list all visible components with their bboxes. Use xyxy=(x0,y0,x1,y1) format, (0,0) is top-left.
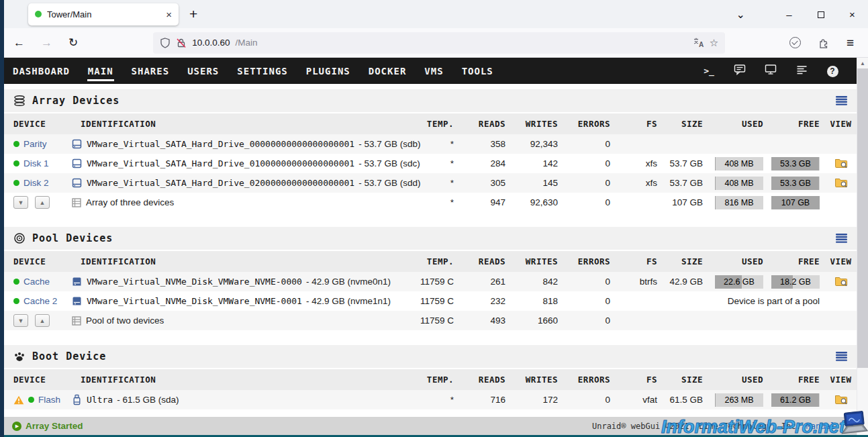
section-pool-devices: Pool Devices DEVICE IDENTIFICATION TEMP.… xyxy=(4,227,857,330)
pocket-icon[interactable] xyxy=(789,37,801,48)
device-link-cache[interactable]: Cache xyxy=(23,277,50,287)
spin-up-button[interactable]: ▲ xyxy=(35,196,50,209)
status-bar: ▶ Array Started Unraid® webGui ©2021, Li… xyxy=(4,417,857,435)
tab-favicon xyxy=(35,11,42,17)
table-row: Flash Ultra - 61.5 GB (sda) * 716 172 0 … xyxy=(4,390,857,409)
table-view-icon[interactable] xyxy=(836,96,847,105)
nav-item-dashboard[interactable]: DASHBOARD xyxy=(12,60,70,81)
forward-button[interactable]: → xyxy=(41,37,52,48)
used-badge: 263 MB xyxy=(715,393,763,407)
nvme-drive-icon xyxy=(71,276,83,287)
device-link-cache2[interactable]: Cache 2 xyxy=(23,296,57,306)
notifications-icon[interactable] xyxy=(732,64,748,78)
translate-icon[interactable]: A xyxy=(693,37,704,48)
section-title: Array Devices xyxy=(32,95,119,107)
table-row: Cache VMware_Virtual_NVMe_Disk_VMWare_NV… xyxy=(4,272,857,291)
scrollbar-down-icon[interactable]: ▼ xyxy=(860,424,865,435)
maximize-button[interactable] xyxy=(805,9,836,20)
browse-folder-icon[interactable] xyxy=(834,180,848,190)
status-online-icon xyxy=(13,180,19,186)
col-fs: FS xyxy=(616,119,663,129)
help-icon[interactable]: ? xyxy=(827,66,838,77)
free-badge: 107 GB xyxy=(771,196,820,209)
browse-folder-icon[interactable] xyxy=(834,397,848,407)
extensions-puzzle-icon[interactable] xyxy=(818,37,830,49)
status-online-icon xyxy=(13,160,19,166)
browser-toolbar: ← → ↻ 10.0.0.60/Main A ☆ xyxy=(4,28,868,58)
tab-list-icon[interactable]: ⌄ xyxy=(736,8,745,21)
device-link-parity[interactable]: Parity xyxy=(23,139,47,149)
browser-tab-bar: Tower/Main × + ⌄ – × xyxy=(4,0,868,28)
nav-item-vms[interactable]: VMS xyxy=(424,60,444,81)
nvme-drive-icon xyxy=(71,295,83,307)
minimize-button[interactable]: – xyxy=(773,9,805,20)
table-row: Cache 2 VMware_Virtual_NVMe_Disk_VMWare_… xyxy=(4,291,857,311)
shield-icon[interactable] xyxy=(160,38,171,48)
main-content: Array Devices DEVICE IDENTIFICATION TEMP… xyxy=(4,84,857,417)
col-size: SIZE xyxy=(663,119,708,129)
col-device: DEVICE xyxy=(4,119,71,129)
scrollbar-up-icon[interactable]: ▲ xyxy=(860,58,865,68)
nav-item-main[interactable]: MAIN xyxy=(87,60,114,81)
section-title: Pool Devices xyxy=(32,232,113,244)
col-errors: ERRORS xyxy=(563,119,616,129)
device-link-disk2[interactable]: Disk 2 xyxy=(23,178,49,188)
url-bar[interactable]: 10.0.0.60/Main A ☆ xyxy=(153,32,725,54)
col-free: FREE xyxy=(769,119,825,129)
tab-title: Tower/Main xyxy=(47,9,160,19)
nav-item-users[interactable]: USERS xyxy=(187,60,220,81)
section-title: Boot Device xyxy=(32,350,106,362)
spin-up-button[interactable]: ▲ xyxy=(35,314,50,327)
menu-hamburger-icon[interactable]: ≡ xyxy=(847,36,854,50)
paw-icon xyxy=(13,350,26,362)
status-online-icon xyxy=(28,397,34,403)
nav-item-docker[interactable]: DOCKER xyxy=(368,60,407,81)
log-icon[interactable] xyxy=(793,64,810,78)
scrollbar-thumb[interactable] xyxy=(857,68,868,368)
used-badge: 408 MB xyxy=(715,177,763,190)
insecure-lock-icon[interactable] xyxy=(176,38,187,48)
tab-close-icon[interactable]: × xyxy=(166,9,172,19)
device-link-flash[interactable]: Flash xyxy=(38,395,60,405)
sata-drive-icon xyxy=(71,158,83,169)
used-badge: 408 MB xyxy=(715,157,763,171)
bookmark-star-icon[interactable]: ☆ xyxy=(710,37,718,49)
terminal-icon[interactable]: >_ xyxy=(701,66,717,76)
col-temp: TEMP. xyxy=(412,119,459,129)
sata-drive-icon xyxy=(71,177,83,189)
array-started-play-icon: ▶ xyxy=(12,422,21,431)
spin-down-button[interactable]: ▼ xyxy=(13,196,28,209)
table-total-row: ▼ ▲ Array of three devices * 947 92,630 … xyxy=(4,193,857,212)
device-link-disk1[interactable]: Disk 1 xyxy=(23,158,49,168)
new-tab-button[interactable]: + xyxy=(189,6,197,22)
status-online-icon xyxy=(13,141,19,147)
col-reads: READS xyxy=(459,119,511,129)
status-online-icon xyxy=(13,279,19,285)
table-view-icon[interactable] xyxy=(836,352,847,361)
browse-folder-icon[interactable] xyxy=(834,160,848,171)
section-boot-device: Boot Device DEVICE IDENTIFICATION TEMP. … xyxy=(4,345,857,409)
array-status: Array Started xyxy=(26,421,83,431)
spin-down-button[interactable]: ▼ xyxy=(13,314,28,327)
back-button[interactable]: ← xyxy=(13,37,25,48)
nav-item-plugins[interactable]: PLUGINS xyxy=(305,60,351,81)
nav-item-tools[interactable]: TOOLS xyxy=(461,60,494,81)
pool-summary-icon xyxy=(71,315,82,326)
pool-member-note: Device is part of a pool xyxy=(616,296,825,306)
manual-link[interactable]: Manual xyxy=(806,422,835,431)
nav-item-shares[interactable]: SHARES xyxy=(131,60,171,81)
pool-table-header: DEVICE IDENTIFICATION TEMP. READS WRITES… xyxy=(4,251,857,272)
table-view-icon[interactable] xyxy=(836,234,847,243)
table-total-row: ▼ ▲ Pool of two devices 11759 C 493 1660… xyxy=(4,311,857,330)
close-window-button[interactable]: × xyxy=(836,9,868,20)
nav-item-settings[interactable]: SETTINGS xyxy=(236,60,288,81)
display-settings-icon[interactable] xyxy=(763,64,779,78)
maximize-icon xyxy=(818,11,824,18)
warning-icon xyxy=(13,395,24,405)
browser-tab[interactable]: Tower/Main × xyxy=(28,3,179,26)
reload-button[interactable]: ↻ xyxy=(68,37,78,48)
scrollbar[interactable]: ▲ ▼ xyxy=(857,58,868,435)
browse-folder-icon[interactable] xyxy=(834,279,848,289)
pool-target-icon xyxy=(13,232,26,244)
col-identification: IDENTIFICATION xyxy=(71,119,412,129)
